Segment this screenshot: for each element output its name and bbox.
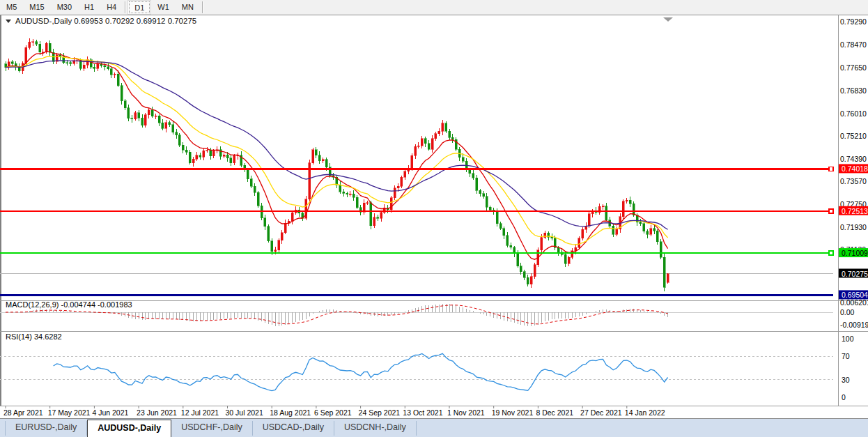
svg-text:1 Nov 2021: 1 Nov 2021 (447, 408, 485, 417)
svg-text:0.70275: 0.70275 (842, 270, 868, 278)
svg-text:17 May 2021: 17 May 2021 (48, 408, 91, 417)
svg-text:27 Dec 2021: 27 Dec 2021 (580, 408, 622, 417)
timeframe-button-h1[interactable]: H1 (78, 0, 100, 15)
svg-text:0.72513: 0.72513 (842, 207, 868, 215)
svg-text:6 Sep 2021: 6 Sep 2021 (314, 408, 352, 417)
price-line-badge: 0.74018 (839, 164, 868, 173)
svg-text:4 Jun 2021: 4 Jun 2021 (92, 408, 128, 417)
svg-text:12 Jul 2021: 12 Jul 2021 (181, 408, 219, 417)
svg-text:0.73570: 0.73570 (840, 177, 867, 185)
timeframe-button-d1[interactable]: D1 (127, 0, 151, 15)
toolbar-separator (202, 1, 203, 13)
svg-text:0.00: 0.00 (840, 308, 855, 316)
price-line-badge: 0.72513 (839, 206, 868, 215)
svg-text:100: 100 (842, 335, 854, 343)
price-line-badge: 0.69504 (839, 290, 868, 299)
svg-text:0.71930: 0.71930 (840, 223, 867, 231)
svg-text:0.76830: 0.76830 (840, 86, 867, 95)
price-line-badge: 0.71009 (839, 248, 868, 257)
svg-text:14 Jan 2022: 14 Jan 2022 (625, 408, 665, 417)
svg-text:0.79290: 0.79290 (840, 17, 867, 26)
chart-title: AUDUSD-,Daily 0.69953 0.70292 0.69912 0.… (15, 17, 196, 25)
tab-usdcad[interactable]: USDCAD-,Daily (253, 421, 334, 436)
svg-text:0.75210: 0.75210 (840, 132, 867, 140)
candlestick-chart[interactable]: 0.792900.784700.776500.768300.760100.752… (0, 15, 868, 418)
svg-text:0.006201: 0.006201 (840, 298, 868, 307)
symbol-tabbar: EURUSD-,Daily AUDUSD-,Daily USDCHF-,Dail… (0, 418, 868, 437)
chart-area[interactable]: 0.792900.784700.776500.768300.760100.752… (0, 15, 868, 418)
svg-text:19 Nov 2021: 19 Nov 2021 (492, 408, 534, 417)
svg-text:0.77650: 0.77650 (840, 63, 867, 72)
svg-text:18 Aug 2021: 18 Aug 2021 (270, 408, 311, 417)
svg-text:0.76010: 0.76010 (840, 109, 867, 118)
svg-text:28 Apr 2021: 28 Apr 2021 (3, 408, 43, 417)
svg-text:13 Oct 2021: 13 Oct 2021 (403, 408, 442, 417)
timeframe-button-m5[interactable]: M5 (0, 0, 23, 15)
svg-text:30 Jul 2021: 30 Jul 2021 (226, 408, 263, 417)
svg-text:0.71009: 0.71009 (842, 249, 868, 257)
svg-text:24 Sep 2021: 24 Sep 2021 (359, 408, 401, 417)
macd-label: MACD(12,26,9) -0.004744 -0.001983 (6, 300, 132, 309)
toolbar-separator (125, 1, 125, 13)
rsi-label-group: RSI(14) 34.6282 (6, 332, 62, 341)
timeframe-button-mn[interactable]: MN (176, 0, 200, 15)
svg-text:70: 70 (842, 352, 850, 360)
svg-text:23 Jun 2021: 23 Jun 2021 (137, 408, 177, 417)
timeframe-button-m30[interactable]: M30 (51, 0, 78, 15)
macd-label-group: MACD(12,26,9) -0.004744 -0.001983 (6, 300, 132, 309)
rsi-label: RSI(14) 34.6282 (6, 332, 62, 341)
tab-eurusd[interactable]: EURUSD-,Daily (5, 421, 87, 436)
tab-usdcnh[interactable]: USDCNH-,Daily (334, 421, 417, 436)
timeframe-button-h4[interactable]: H4 (100, 0, 123, 15)
svg-text:0.78470: 0.78470 (840, 40, 867, 49)
svg-text:-0.009197: -0.009197 (840, 321, 868, 329)
timeframe-toolbar: M5 M15 M30 H1 H4 D1 W1 MN (0, 0, 868, 15)
svg-text:0.74390: 0.74390 (840, 155, 867, 163)
svg-text:30: 30 (842, 376, 850, 384)
tab-usdchf[interactable]: USDCHF-,Daily (171, 421, 253, 436)
timeframe-button-m15[interactable]: M15 (23, 0, 50, 15)
svg-text:8 Dec 2021: 8 Dec 2021 (536, 408, 573, 417)
svg-text:0.74018: 0.74018 (842, 164, 868, 173)
svg-text:0: 0 (842, 393, 846, 401)
timeframe-button-w1[interactable]: W1 (151, 0, 176, 15)
svg-text:0.69504: 0.69504 (842, 291, 868, 299)
tab-audusd[interactable]: AUDUSD-,Daily (87, 420, 171, 437)
current-price-badge: 0.70275 (839, 269, 868, 278)
chart-title-group: AUDUSD-,Daily 0.69953 0.70292 0.69912 0.… (6, 17, 196, 25)
